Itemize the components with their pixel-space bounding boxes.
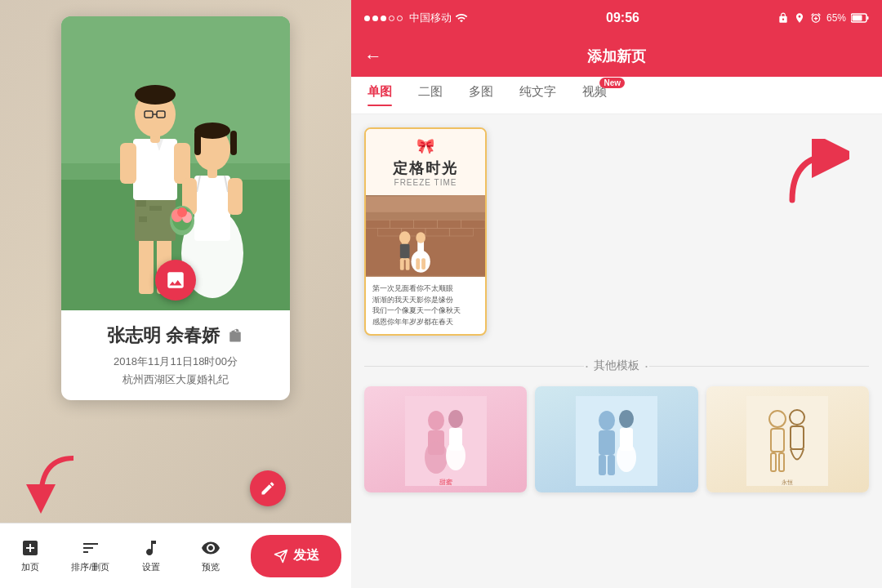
bag-icon	[226, 328, 244, 343]
battery-icon	[851, 13, 869, 23]
svg-point-66	[448, 410, 463, 428]
edit-button[interactable]	[250, 470, 286, 506]
signal-dots	[364, 16, 403, 21]
svg-point-65	[425, 441, 448, 474]
svg-point-77	[617, 443, 636, 472]
wedding-card: 张志明 余春娇 2018年11月11日18时00分 杭州西湖区大厦婚礼纪	[61, 16, 290, 400]
svg-rect-12	[174, 143, 190, 184]
preview-label: 预览	[202, 561, 220, 573]
wedding-venue: 杭州西湖区大厦婚礼纪	[78, 372, 274, 387]
status-time: 09:56	[606, 11, 639, 25]
svg-rect-37	[852, 16, 862, 21]
bottom-card-content-1: 甜蜜	[364, 386, 527, 492]
svg-rect-34	[230, 131, 237, 155]
arrow-indicator-left	[24, 450, 90, 519]
svg-rect-70	[576, 396, 657, 486]
svg-point-15	[135, 85, 176, 105]
settings-label: 设置	[142, 561, 160, 573]
svg-rect-56	[406, 258, 410, 270]
add-page-label: 加页	[21, 561, 39, 573]
tab-video[interactable]: 视频 New	[582, 84, 607, 106]
tab-multi-image[interactable]: 多图	[469, 84, 493, 106]
wifi-icon	[455, 11, 468, 24]
signal-dot-4	[389, 16, 394, 21]
svg-rect-73	[599, 455, 606, 475]
couple-illustration-2	[576, 396, 657, 486]
svg-rect-74	[608, 455, 615, 475]
bottom-toolbar: 加页 排序/删页 设置 预览 发送	[0, 523, 351, 588]
couple-illustration-1: 甜蜜	[405, 396, 487, 486]
svg-text:甜蜜: 甜蜜	[439, 479, 452, 486]
divider-line-left	[364, 366, 584, 367]
bottom-card-content-2	[535, 386, 697, 492]
svg-text:永恒: 永恒	[782, 479, 793, 485]
carrier-name: 中国移动	[409, 11, 452, 25]
photo-icon-overlay	[155, 260, 196, 301]
svg-rect-3	[139, 237, 154, 294]
tab-text-only[interactable]: 纯文字	[519, 84, 556, 106]
template-card-1[interactable]: 甜蜜	[364, 386, 527, 492]
sort-label: 排序/删页	[71, 561, 109, 573]
svg-rect-54	[400, 244, 410, 259]
add-page-button[interactable]: 加页	[0, 538, 60, 573]
svg-point-59	[411, 251, 430, 273]
bottom-card-content-3: 永恒	[706, 386, 869, 492]
preview-button[interactable]: 预览	[180, 538, 241, 573]
svg-point-63	[428, 411, 444, 430]
svg-rect-11	[120, 143, 136, 184]
svg-point-75	[619, 410, 634, 428]
svg-rect-78	[746, 396, 828, 486]
bottom-templates: 甜蜜	[364, 386, 869, 492]
signal-dot-2	[372, 16, 378, 21]
lock-icon	[777, 12, 789, 24]
template-card-3[interactable]: 永恒	[706, 386, 869, 492]
featured-template-card[interactable]: 🎀 定格时光 FREEZE TIME	[364, 127, 487, 336]
tab-video-wrapper: 视频 New	[582, 84, 607, 106]
page-title: 添加新页	[389, 47, 844, 66]
template-photo	[366, 195, 485, 277]
card-info: 张志明 余春娇 2018年11月11日18时00分 杭州西湖区大厦婚礼纪	[61, 310, 290, 400]
template-icon-graphic: 🎀	[374, 137, 477, 155]
image-icon	[165, 270, 186, 291]
send-button[interactable]: 发送	[251, 535, 341, 577]
svg-rect-9	[133, 139, 177, 200]
section-label: 其他模板	[594, 359, 639, 373]
top-bar: ← 添加新页	[351, 36, 882, 77]
svg-rect-33	[194, 131, 201, 155]
add-page-icon	[20, 538, 40, 558]
status-bar: 中国移动 09:56 65%	[351, 0, 882, 36]
tab-two-image[interactable]: 二图	[418, 84, 443, 106]
sort-button[interactable]: 排序/删页	[60, 538, 121, 573]
status-left: 中国移动	[364, 11, 468, 25]
settings-button[interactable]: 设置	[121, 538, 181, 573]
new-badge: New	[599, 78, 625, 88]
svg-rect-24	[228, 178, 243, 215]
card-photo	[61, 16, 290, 310]
battery-level: 65%	[826, 12, 846, 24]
svg-rect-38	[866, 16, 868, 20]
svg-rect-8	[139, 216, 147, 222]
template-text: 第一次见面看你不太顺眼 渐渐的我天天影你是缘份 我们一个像夏天一个像秋天 感恩你…	[366, 277, 485, 334]
svg-point-58	[416, 232, 425, 243]
svg-rect-60	[416, 258, 420, 270]
couple-names: 张志明 余春娇	[78, 323, 274, 348]
svg-point-53	[399, 231, 411, 244]
template-card-2[interactable]	[535, 386, 697, 492]
template-title-en: FREEZE TIME	[374, 178, 477, 187]
back-button[interactable]: ←	[364, 46, 382, 67]
tab-bar: 单图 二图 多图 纯文字 视频 New	[351, 77, 882, 114]
signal-dot-5	[397, 16, 403, 21]
tab-single-image[interactable]: 单图	[368, 84, 392, 106]
svg-point-68	[446, 441, 466, 470]
send-icon	[274, 549, 288, 564]
svg-rect-62	[405, 396, 487, 486]
template-couple-illustration	[366, 195, 485, 277]
section-divider: 其他模板	[364, 349, 869, 386]
red-arrow-down-left	[24, 450, 90, 515]
sort-icon	[81, 538, 100, 558]
template-header: 🎀 定格时光 FREEZE TIME	[366, 129, 485, 195]
arrow-indicator-right	[776, 139, 849, 216]
svg-rect-72	[599, 430, 615, 455]
couple-illustration-3: 永恒	[746, 396, 828, 486]
svg-point-29	[177, 207, 187, 217]
